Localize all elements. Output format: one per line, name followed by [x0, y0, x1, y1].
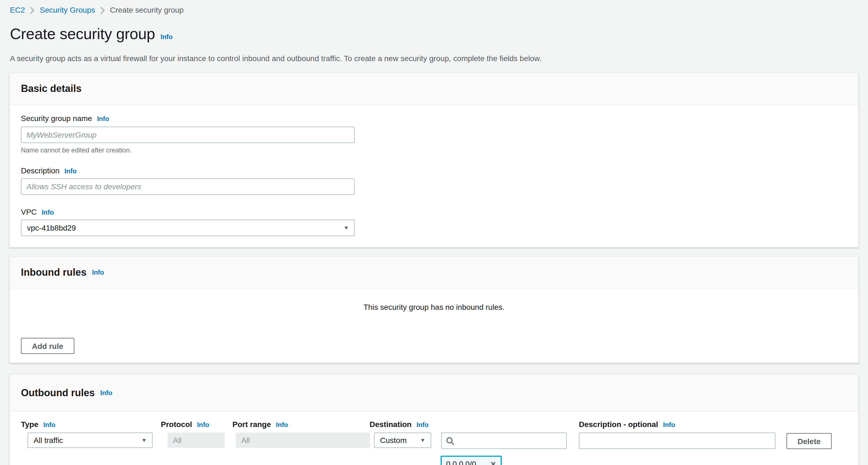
vpc-select[interactable]: vpc-41b8bd29 ▼ [21, 220, 355, 236]
description-label: Description [21, 166, 60, 175]
security-group-name-input[interactable] [21, 127, 355, 143]
basic-details-header: Basic details [10, 73, 858, 105]
description-label-row: Description Info [21, 166, 76, 175]
protocol-info-link[interactable]: Info [197, 421, 209, 429]
create-security-group-page: EC2 Security Groups Create security grou… [0, 0, 868, 465]
page-title: Create security group [10, 25, 155, 43]
vpc-label-row: VPC Info [21, 207, 54, 216]
vpc-label: VPC [21, 207, 37, 216]
inbound-rules-info-link[interactable]: Info [92, 269, 104, 276]
basic-details-title: Basic details [21, 83, 82, 95]
type-column-label: Type [21, 420, 38, 429]
caret-down-icon: ▼ [142, 438, 147, 443]
security-group-name-info-link[interactable]: Info [97, 115, 109, 123]
chevron-right-icon [100, 6, 105, 14]
add-rule-button[interactable]: Add rule [21, 338, 74, 354]
protocol-column-label: Protocol [161, 420, 192, 429]
outbound-rules-header: Outbound rules Info [10, 375, 858, 411]
remove-token-icon[interactable]: ✕ [490, 460, 496, 465]
rule-description-column-label: Description - optional [579, 420, 658, 429]
inbound-rules-card: Inbound rules Info This security group h… [9, 257, 859, 363]
port-range-input [236, 433, 370, 448]
destination-label-row: Destination Info [370, 420, 429, 429]
scale-wrapper: EC2 Security Groups Create security grou… [0, 0, 868, 465]
destination-token[interactable]: 0.0.0.0/0 ✕ [441, 456, 502, 465]
vpc-info-link[interactable]: Info [42, 208, 54, 216]
rule-description-input[interactable] [579, 433, 775, 449]
destination-info-link[interactable]: Info [416, 421, 429, 429]
inbound-rules-header: Inbound rules Info [10, 257, 858, 288]
chevron-right-icon [30, 6, 35, 14]
description-info-link[interactable]: Info [64, 167, 76, 175]
destination-type-select[interactable]: Custom ▼ [374, 433, 431, 448]
type-label-row: Type Info [21, 420, 55, 429]
inbound-rules-title: Inbound rules [21, 267, 87, 278]
type-select[interactable]: All traffic ▼ [28, 433, 153, 448]
breadcrumb: EC2 Security Groups Create security grou… [10, 4, 184, 15]
destination-column-label: Destination [370, 420, 411, 429]
type-info-link[interactable]: Info [43, 421, 55, 429]
destination-search-box [441, 433, 567, 449]
protocol-input [167, 433, 225, 448]
destination-token-value: 0.0.0.0/0 [446, 460, 476, 465]
breadcrumb-link-ec2[interactable]: EC2 [10, 4, 25, 15]
type-select-value: All traffic [34, 436, 63, 445]
caret-down-icon: ▼ [420, 438, 425, 443]
delete-rule-button[interactable]: Delete [786, 433, 832, 449]
port-range-info-link[interactable]: Info [276, 421, 288, 429]
rule-description-info-link[interactable]: Info [663, 421, 675, 429]
page-heading: Create security group Info [10, 25, 173, 43]
security-group-name-helper: Name cannot be edited after creation. [21, 146, 132, 154]
outbound-rules-info-link[interactable]: Info [100, 389, 112, 397]
page-subtitle: A security group acts as a virtual firew… [10, 53, 542, 64]
outbound-rules-title: Outbound rules [21, 387, 95, 399]
basic-details-card: Basic details Security group name Info N… [9, 73, 859, 247]
page-title-info-link[interactable]: Info [160, 33, 173, 41]
port-range-column-label: Port range [232, 420, 271, 429]
destination-type-select-value: Custom [380, 436, 406, 445]
protocol-label-row: Protocol Info [161, 420, 209, 429]
breadcrumb-link-security-groups[interactable]: Security Groups [40, 4, 95, 15]
inbound-empty-message: This security group has no inbound rules… [10, 303, 858, 311]
breadcrumb-current: Create security group [110, 4, 184, 15]
security-group-name-label-row: Security group name Info [21, 114, 109, 123]
port-range-label-row: Port range Info [232, 420, 288, 429]
rule-description-label-row: Description - optional Info [579, 420, 675, 429]
destination-search-input[interactable] [458, 436, 562, 445]
outbound-rules-card: Outbound rules Info Type Info Protocol I… [9, 374, 859, 465]
vpc-select-value: vpc-41b8bd29 [27, 224, 76, 232]
description-input[interactable] [21, 178, 355, 195]
caret-down-icon: ▼ [344, 225, 349, 230]
security-group-name-label: Security group name [21, 114, 92, 123]
search-icon [446, 437, 454, 445]
